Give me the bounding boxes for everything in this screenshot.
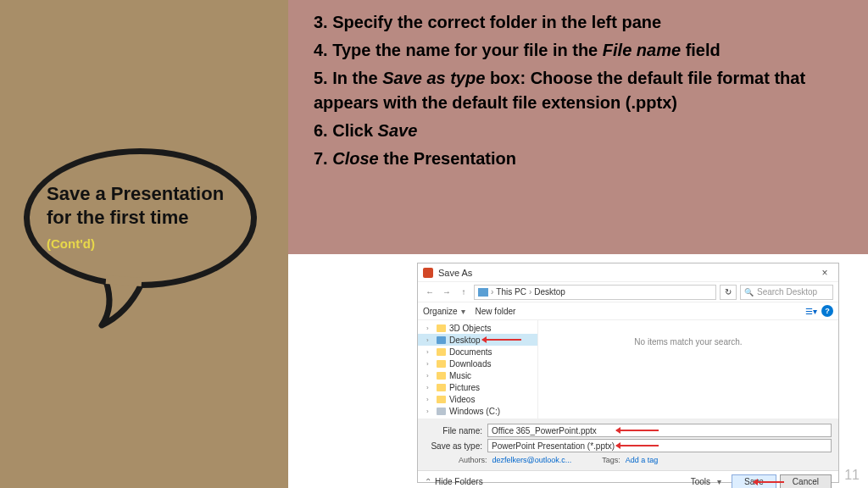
callout-arrow	[616, 430, 659, 431]
cancel-button[interactable]: Cancel	[780, 474, 832, 489]
chevron-down-icon[interactable]: ▾	[717, 477, 721, 486]
step-7: 7. Close the Presentation	[314, 147, 843, 171]
pc-icon	[478, 288, 488, 297]
step-5: 5. In the Save as type box: Choose the d…	[314, 66, 843, 115]
instruction-box: 3. Specify the correct folder in the lef…	[288, 0, 868, 254]
filename-input[interactable]: Office 365_PowerPoint.pptx	[487, 424, 832, 437]
close-button[interactable]: ×	[816, 267, 833, 279]
tree-item-documents[interactable]: ›Documents	[418, 346, 537, 358]
filename-label: File name:	[425, 426, 482, 435]
dialog-body: ›3D Objects ›Desktop ›Documents ›Downloa…	[418, 319, 838, 419]
chevron-right-icon: ›	[426, 384, 433, 391]
powerpoint-icon	[423, 268, 433, 278]
organize-button[interactable]: Organize	[423, 307, 458, 316]
meta-row: Authors: dezfelkers@outlook.c... Tags: A…	[425, 453, 832, 467]
speech-bubble: Save a Presentation for the first time (…	[17, 148, 271, 330]
nav-back-icon[interactable]: ←	[423, 287, 437, 297]
callout-arrow	[616, 445, 659, 446]
dialog-nav: ← → ↑ › This PC › Desktop ↻ 🔍 Search Des…	[418, 282, 838, 302]
new-folder-button[interactable]: New folder	[476, 307, 516, 316]
tags-label: Tags:	[602, 456, 620, 464]
hide-folders-button[interactable]: Hide Folders	[435, 477, 483, 486]
chevron-down-icon[interactable]: ▾	[461, 307, 465, 316]
dialog-titlebar: Save As ×	[418, 263, 838, 282]
savetype-label: Save as type:	[425, 441, 482, 451]
bubble-heading: Save a Presentation for the first time (…	[47, 182, 234, 255]
savetype-select[interactable]: PowerPoint Presentation (*.pptx)	[487, 439, 832, 452]
dialog-actions: ⌃ Hide Folders Tools ▾ Save Cancel	[418, 470, 838, 488]
folder-icon	[437, 348, 446, 356]
authors-label: Authors:	[459, 456, 487, 464]
chevron-right-icon: ›	[426, 348, 433, 356]
folder-tree: ›3D Objects ›Desktop ›Documents ›Downloa…	[418, 320, 538, 419]
bubble-oval: Save a Presentation for the first time (…	[24, 148, 257, 288]
folder-icon	[437, 372, 446, 380]
view-icon[interactable]: ☰▾	[804, 307, 818, 316]
search-input[interactable]: 🔍 Search Desktop	[740, 285, 833, 300]
search-icon: 🔍	[744, 288, 754, 297]
folder-icon	[437, 396, 446, 403]
step-3: 3. Specify the correct folder in the lef…	[314, 10, 843, 35]
bubble-line1: Save a Presentation	[47, 183, 224, 204]
authors-value[interactable]: dezfelkers@outlook.c...	[492, 456, 572, 464]
tree-item-desktop[interactable]: ›Desktop	[418, 334, 537, 346]
tree-item-windows-c[interactable]: ›Windows (C:)	[418, 405, 537, 417]
callout-arrow	[482, 339, 521, 341]
tree-item-3d-objects[interactable]: ›3D Objects	[418, 322, 537, 334]
help-icon[interactable]: ?	[821, 305, 833, 317]
step-4: 4. Type the name for your file in the Fi…	[314, 38, 843, 63]
folder-icon	[437, 384, 446, 391]
folder-icon	[437, 360, 446, 368]
nav-forward-icon[interactable]: →	[440, 287, 453, 297]
dialog-toolbar: Organize ▾ New folder ☰▾ ?	[418, 302, 838, 319]
filename-row: File name: Office 365_PowerPoint.pptx	[425, 423, 832, 438]
step-6: 6. Click Save	[314, 119, 843, 143]
tree-item-pictures[interactable]: ›Pictures	[418, 381, 537, 393]
chevron-right-icon: ›	[426, 372, 433, 380]
chevron-right-icon: ›	[426, 336, 433, 344]
refresh-button[interactable]: ↻	[720, 285, 737, 300]
bubble-contd: (Cont'd)	[47, 236, 95, 251]
tools-button[interactable]: Tools	[691, 477, 710, 486]
dialog-title: Save As	[438, 268, 816, 278]
empty-message: No items match your search.	[538, 320, 838, 419]
callout-arrow	[754, 481, 784, 483]
drive-icon	[437, 408, 446, 415]
nav-up-icon[interactable]: ↑	[457, 287, 470, 297]
dialog-footer: File name: Office 365_PowerPoint.pptx Sa…	[418, 419, 838, 470]
path-root: This PC	[496, 287, 526, 297]
chevron-right-icon: ›	[426, 324, 433, 332]
left-pane: Save a Presentation for the first time (…	[0, 0, 288, 488]
bubble-line2: for the first time	[47, 207, 188, 228]
chevron-down-icon: ⌃	[425, 477, 431, 486]
chevron-right-icon: ›	[426, 408, 433, 415]
tree-item-videos[interactable]: ›Videos	[418, 393, 537, 405]
folder-icon	[437, 324, 446, 332]
chevron-right-icon: ›	[426, 360, 433, 368]
tree-item-downloads[interactable]: ›Downloads	[418, 358, 537, 369]
path-current: Desktop	[534, 287, 565, 297]
savetype-row: Save as type: PowerPoint Presentation (*…	[425, 438, 832, 453]
breadcrumb[interactable]: › This PC › Desktop	[474, 285, 716, 300]
desktop-icon	[437, 336, 446, 344]
tree-item-music[interactable]: ›Music	[418, 369, 537, 381]
tags-value[interactable]: Add a tag	[626, 456, 659, 464]
chevron-right-icon: ›	[426, 396, 433, 403]
page-number: 11	[844, 468, 860, 483]
save-as-dialog: Save As × ← → ↑ › This PC › Desktop ↻ 🔍 …	[417, 263, 839, 483]
